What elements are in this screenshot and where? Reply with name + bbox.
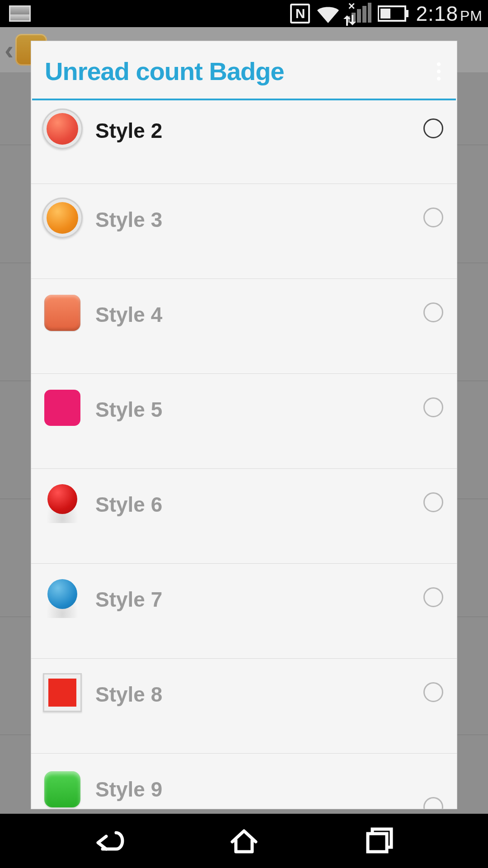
style-option-row[interactable]: Style 7 (31, 564, 457, 659)
notification-app-icon (9, 5, 31, 22)
style-option-row[interactable]: Style 4 (31, 279, 457, 374)
signal-icon: × (346, 3, 371, 24)
wifi-icon (316, 4, 340, 23)
radio-button[interactable] (423, 682, 443, 702)
style-option-row[interactable]: Style 5 (31, 374, 457, 469)
style-option-row[interactable]: Style 9 (31, 754, 457, 809)
style-option-row[interactable]: Style 6 (31, 469, 457, 564)
dialog-unread-count-badge: Unread count Badge Style 2 Style 3 Style… (31, 41, 457, 809)
svg-rect-9 (368, 834, 387, 852)
status-clock: 2:18PM (416, 1, 483, 26)
style-option-row[interactable]: Style 2 (31, 100, 457, 184)
svg-rect-3 (362, 6, 366, 23)
radio-button[interactable] (423, 302, 443, 322)
style-option-label: Style 3 (95, 208, 162, 232)
status-ampm: PM (460, 8, 483, 24)
radio-button[interactable] (423, 492, 443, 512)
badge-preview-style5 (42, 387, 83, 428)
system-nav-bar (0, 814, 488, 868)
style-option-label: Style 9 (95, 777, 162, 802)
radio-button[interactable] (423, 118, 443, 138)
status-time: 2:18 (416, 2, 458, 25)
nav-recent-button[interactable] (361, 823, 398, 859)
badge-preview-style6 (42, 482, 83, 523)
style-option-label: Style 8 (95, 682, 162, 707)
style-option-label: Style 6 (95, 492, 162, 517)
badge-preview-style2 (42, 108, 83, 149)
svg-rect-7 (380, 9, 390, 19)
style-option-label: Style 2 (95, 118, 162, 143)
svg-rect-4 (368, 3, 371, 23)
radio-button[interactable] (423, 208, 443, 227)
style-option-list[interactable]: Style 2 Style 3 Style 4 Style 5 (31, 100, 457, 809)
style-option-row[interactable]: Style 3 (31, 184, 457, 279)
svg-rect-6 (405, 10, 408, 17)
dialog-header: Unread count Badge (31, 41, 457, 99)
badge-preview-style3 (42, 198, 83, 238)
dialog-title: Unread count Badge (45, 57, 284, 86)
nfc-icon: N (290, 4, 310, 24)
style-option-row[interactable]: Style 8 (31, 659, 457, 754)
status-bar: N × (0, 0, 488, 27)
badge-preview-style9 (42, 769, 83, 809)
overflow-menu-icon[interactable] (437, 62, 443, 80)
style-option-label: Style 7 (95, 587, 162, 612)
nav-back-button[interactable] (90, 823, 127, 859)
badge-preview-style4 (42, 292, 83, 333)
battery-icon (378, 5, 409, 22)
data-sync-icon (343, 14, 357, 26)
radio-button[interactable] (423, 797, 443, 809)
svg-rect-2 (357, 9, 361, 23)
badge-preview-style7 (42, 577, 83, 618)
radio-button[interactable] (423, 587, 443, 607)
badge-preview-style8 (42, 672, 83, 713)
style-option-label: Style 4 (95, 302, 162, 327)
nav-home-button[interactable] (226, 823, 262, 859)
style-option-label: Style 5 (95, 397, 162, 422)
radio-button[interactable] (423, 397, 443, 417)
back-chevron-icon: ‹ (5, 34, 14, 66)
